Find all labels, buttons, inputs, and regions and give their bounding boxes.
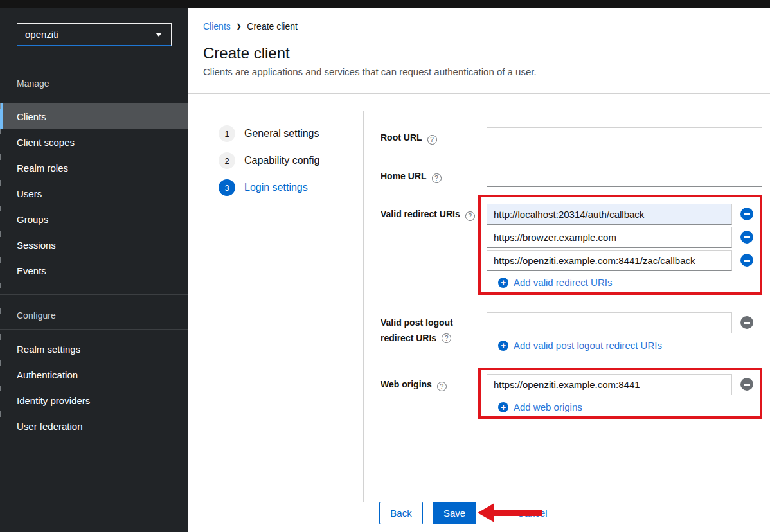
chevron-right-icon: ❯: [237, 23, 242, 30]
label-text: Home URL: [381, 171, 427, 181]
configure-nav-list: Realm settings Authentication Identity p…: [0, 336, 188, 439]
sidebar-item-user-federation[interactable]: User federation: [0, 413, 188, 439]
step-label: Capability config: [244, 155, 319, 166]
sidebar-item-authentication[interactable]: Authentication: [0, 362, 188, 387]
save-button[interactable]: Save: [433, 502, 476, 524]
redirect-uri-input-3[interactable]: [487, 250, 732, 271]
help-icon[interactable]: ?: [437, 382, 447, 391]
sidebar-divider: [0, 329, 188, 330]
step-number-badge: 3: [219, 179, 235, 196]
add-web-origins-link[interactable]: + Add web origins: [498, 402, 582, 412]
realm-name: openziti: [25, 29, 58, 40]
chevron-down-icon: [156, 33, 162, 37]
keycloak-create-client-page: openziti Manage Clients Client scopes Re…: [0, 0, 770, 532]
sidebar: openziti Manage Clients Client scopes Re…: [0, 8, 188, 532]
remove-redirect-uri-1-button[interactable]: [740, 208, 753, 220]
wizard-step-login-settings[interactable]: 3 Login settings: [219, 179, 319, 196]
root-url-input[interactable]: [487, 127, 762, 148]
sidebar-item-users[interactable]: Users: [0, 181, 188, 206]
step-label: Login settings: [244, 182, 308, 193]
web-origins-label: Web origins?: [381, 374, 482, 395]
add-link-text: Add web origins: [514, 402, 582, 412]
sidebar-item-events[interactable]: Events: [0, 258, 188, 283]
sidebar-item-sessions[interactable]: Sessions: [0, 232, 188, 258]
wizard-form-divider: [363, 111, 364, 502]
home-url-input[interactable]: [487, 166, 762, 187]
add-link-text: Add valid post logout redirect URIs: [514, 340, 662, 351]
sidebar-section-configure: Configure: [0, 295, 188, 329]
main-content: Clients ❯ Create client Create client Cl…: [188, 8, 770, 532]
manage-nav-list: Clients Client scopes Realm roles Users …: [0, 103, 188, 283]
page-subtitle: Clients are applications and services th…: [203, 66, 537, 77]
help-icon[interactable]: ?: [432, 173, 442, 183]
label-text: Web origins: [381, 379, 432, 389]
step-number-badge: 1: [219, 125, 235, 142]
realm-selector-dropdown[interactable]: openziti: [17, 23, 172, 46]
redirect-uri-input-2[interactable]: [487, 227, 732, 248]
label-text: Root URL: [381, 132, 422, 143]
wizard-nav: 1 General settings 2 Capability config 3…: [219, 125, 319, 206]
arrow-head: [478, 503, 494, 522]
sidebar-item-realm-settings[interactable]: Realm settings: [0, 336, 188, 362]
remove-post-logout-uri-button: [740, 316, 753, 329]
back-button[interactable]: Back: [379, 502, 423, 524]
sidebar-item-groups[interactable]: Groups: [0, 206, 188, 232]
breadcrumb-clients-link[interactable]: Clients: [203, 21, 231, 31]
home-url-label: Home URL?: [381, 166, 482, 187]
help-icon[interactable]: ?: [427, 135, 437, 145]
redirect-uri-input-1[interactable]: [487, 204, 732, 225]
remove-web-origin-button: [740, 378, 753, 391]
remove-redirect-uri-2-button[interactable]: [740, 231, 753, 244]
label-text: redirect URIs: [381, 330, 436, 346]
add-redirect-uri-link[interactable]: + Add valid redirect URIs: [498, 277, 612, 288]
step-label: General settings: [244, 128, 319, 139]
label-text: Valid redirect URIs: [381, 209, 460, 219]
sidebar-item-client-scopes[interactable]: Client scopes: [0, 129, 188, 155]
root-url-label: Root URL?: [381, 127, 482, 148]
add-link-text: Add valid redirect URIs: [514, 277, 612, 288]
page-title: Create client: [203, 44, 290, 62]
help-icon[interactable]: ?: [442, 333, 451, 343]
add-post-logout-uri-link[interactable]: + Add valid post logout redirect URIs: [498, 340, 662, 351]
sidebar-item-clients[interactable]: Clients: [0, 103, 188, 129]
wizard-step-general-settings[interactable]: 1 General settings: [219, 125, 319, 142]
header-divider: [188, 93, 770, 94]
breadcrumb-current: Create client: [247, 21, 298, 31]
label-text: Valid post logout: [381, 315, 453, 330]
sidebar-item-identity-providers[interactable]: Identity providers: [0, 387, 188, 413]
web-origins-input[interactable]: [487, 374, 732, 395]
top-bar: [0, 0, 770, 8]
cancel-link[interactable]: Cancel: [517, 502, 548, 524]
valid-redirect-uris-label: Valid redirect URIs?: [381, 204, 482, 225]
plus-icon: +: [498, 278, 508, 288]
sidebar-item-realm-roles[interactable]: Realm roles: [0, 155, 188, 181]
plus-icon: +: [498, 341, 508, 351]
wizard-step-capability-config[interactable]: 2 Capability config: [219, 152, 319, 169]
post-logout-uris-label: Valid post logout redirect URIs?: [381, 315, 482, 346]
help-icon[interactable]: ?: [465, 211, 475, 221]
breadcrumb: Clients ❯ Create client: [203, 21, 298, 31]
step-number-badge: 2: [219, 152, 235, 169]
remove-redirect-uri-3-button[interactable]: [740, 254, 753, 267]
sidebar-section-manage: Manage: [0, 66, 188, 95]
window-edge-artifact: [0, 103, 1, 437]
post-logout-uri-input[interactable]: [487, 312, 732, 333]
plus-icon: +: [498, 402, 508, 412]
